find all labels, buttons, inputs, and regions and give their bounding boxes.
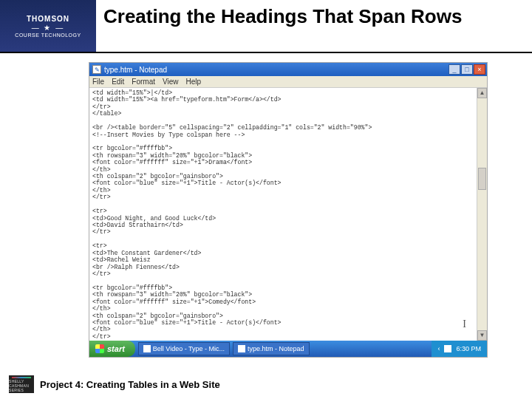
window-buttons: _ □ × — [449, 64, 485, 75]
windows-flag-icon — [95, 344, 104, 353]
notepad-task-icon — [238, 345, 245, 352]
system-tray[interactable]: ‹ 6:30 PM — [432, 341, 487, 357]
menu-view[interactable]: View — [163, 78, 179, 86]
notepad-window: ✎ type.htm - Notepad _ □ × File Edit For… — [89, 62, 488, 358]
tray-volume-icon[interactable] — [444, 345, 451, 352]
browser-icon — [143, 345, 151, 352]
notepad-text-area[interactable]: <td width="15%">|</td> <td width="15%"><… — [89, 88, 477, 341]
menu-format[interactable]: Format — [132, 78, 155, 86]
start-button[interactable]: start — [89, 341, 135, 357]
menu-file[interactable]: File — [92, 78, 104, 86]
notepad-title: type.htm - Notepad — [104, 66, 449, 74]
logo-top-text: THOMSON — [27, 15, 69, 23]
scroll-up-button[interactable]: ▲ — [477, 88, 487, 98]
taskbar-item-notepad[interactable]: type.htm - Notepad — [233, 342, 310, 355]
taskbar-item-label: type.htm - Notepad — [248, 345, 304, 352]
vertical-scrollbar[interactable]: ▲ ▼ — [477, 88, 487, 341]
taskbar-item-browser[interactable]: Bell Video - Type - Mic... — [138, 342, 230, 355]
minimize-button[interactable]: _ — [449, 64, 460, 75]
slide-footer: SHELLY CASHMAN SERIES Project 4: Creatin… — [0, 375, 532, 393]
tray-chevron-icon[interactable]: ‹ — [437, 345, 440, 352]
thomson-logo: THOMSON — ★ — COURSE TECHNOLOGY — [0, 0, 96, 52]
logo-bottom-text: COURSE TECHNOLOGY — [15, 33, 81, 38]
shelly-cashman-logo: SHELLY CASHMAN SERIES — [9, 375, 34, 393]
scroll-track[interactable] — [477, 98, 487, 330]
slide-title: Creating the Headings That Span Rows — [96, 0, 462, 28]
slide-header: THOMSON — ★ — COURSE TECHNOLOGY Creating… — [0, 0, 532, 53]
notepad-titlebar[interactable]: ✎ type.htm - Notepad _ □ × — [89, 63, 487, 76]
notepad-menubar: File Edit Format View Help — [89, 76, 487, 88]
notepad-icon: ✎ — [92, 65, 101, 74]
start-label: start — [107, 344, 125, 353]
logo-star: — ★ — — [32, 24, 65, 32]
scroll-thumb[interactable] — [478, 168, 486, 190]
text-cursor: I — [463, 318, 466, 330]
windows-taskbar: start Bell Video - Type - Mic... type.ht… — [89, 341, 487, 357]
close-button[interactable]: × — [474, 64, 485, 75]
footer-text: Project 4: Creating Tables in a Web Site — [40, 379, 220, 390]
scroll-down-button[interactable]: ▼ — [477, 330, 487, 341]
taskbar-item-label: Bell Video - Type - Mic... — [153, 345, 225, 352]
tray-clock: 6:30 PM — [456, 345, 481, 352]
footer-logo-text: SHELLY CASHMAN SERIES — [9, 379, 34, 392]
menu-help[interactable]: Help — [186, 78, 202, 86]
menu-edit[interactable]: Edit — [112, 78, 124, 86]
maximize-button[interactable]: □ — [461, 64, 473, 75]
